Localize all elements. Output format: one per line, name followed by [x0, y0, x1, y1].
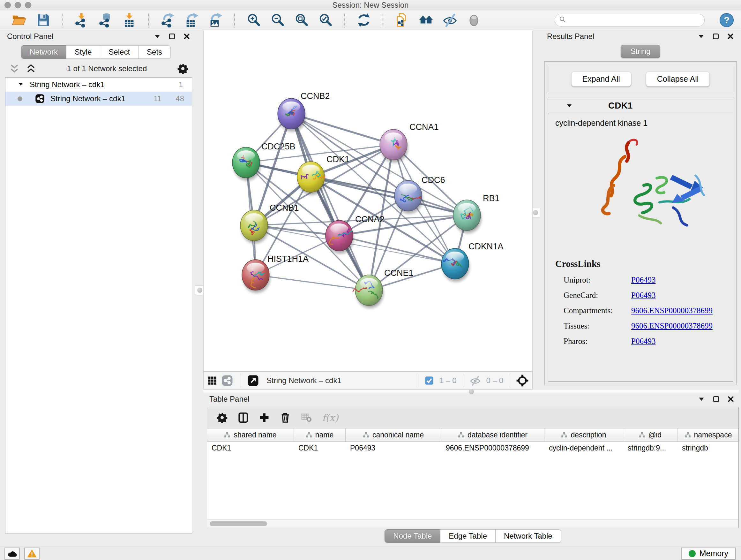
node-label-CCNB2: CCNB2	[300, 91, 330, 101]
cloud-status-button[interactable]	[4, 548, 20, 560]
maximize-window-button[interactable]	[25, 2, 31, 8]
import-network-from-database-button[interactable]	[98, 12, 113, 28]
control-panel-menu-button[interactable]	[154, 33, 161, 40]
network-node-CDC25B[interactable]	[232, 147, 260, 180]
expand-all-networks-button[interactable]	[25, 63, 37, 74]
network-row-selected[interactable]: String Network – cdk1 11 48	[5, 91, 192, 106]
network-node-CCNA1[interactable]	[380, 129, 408, 163]
hidden-eye-icon[interactable]	[470, 375, 481, 386]
warnings-button[interactable]	[24, 548, 40, 560]
network-node-CDC6[interactable]	[394, 180, 422, 213]
table-row[interactable]: CDK1CDK1P064939606.ENSP00000378699cyclin…	[207, 442, 738, 454]
column-header-database-identifier[interactable]: database identifier	[441, 428, 544, 441]
network-options-gear-icon[interactable]	[178, 63, 188, 74]
tab-network[interactable]: Network	[21, 45, 66, 59]
center-view-crosshair-icon[interactable]	[516, 374, 529, 387]
table-panel-close-button[interactable]	[727, 395, 734, 402]
column-header-name[interactable]: name	[294, 428, 346, 441]
table-options-gear-icon[interactable]	[217, 412, 227, 423]
network-node-CCNA2[interactable]	[326, 220, 354, 253]
zoom-out-button[interactable]	[270, 12, 285, 28]
network-node-CCNB1[interactable]	[240, 210, 268, 243]
table-panel-menu-button[interactable]	[698, 395, 705, 402]
toggle-graphics-details-button[interactable]	[466, 12, 482, 28]
table-horizontal-scrollbar[interactable]	[207, 519, 738, 528]
column-header-description[interactable]: description	[544, 428, 623, 441]
new-network-from-selection-button[interactable]	[394, 12, 410, 28]
memory-button[interactable]: Memory	[681, 548, 736, 560]
import-table-from-file-button[interactable]	[122, 12, 137, 28]
help-button[interactable]: ?	[719, 13, 734, 27]
column-header-canonical-name[interactable]: canonical name	[346, 428, 441, 441]
tab-style[interactable]: Style	[66, 45, 100, 59]
protein-description: cyclin-dependent kinase 1	[555, 118, 726, 128]
network-node-CDK1[interactable]	[297, 162, 325, 195]
network-node-RB1[interactable]	[453, 200, 481, 233]
node-label-CDKN1A: CDKN1A	[468, 242, 503, 251]
delete-column-icon[interactable]	[280, 412, 291, 423]
birds-eye-view-icon[interactable]	[207, 376, 217, 385]
column-header-@id[interactable]: @id	[623, 428, 677, 441]
collapse-all-button[interactable]: Collapse All	[646, 71, 710, 86]
table-cell: cyclin-dependent ...	[544, 444, 623, 452]
first-neighbors-button[interactable]	[418, 12, 434, 28]
minimize-window-button[interactable]	[15, 2, 21, 8]
export-table-button[interactable]	[184, 12, 199, 28]
tab-node-table[interactable]: Node Table	[385, 530, 441, 543]
collection-collapse-caret[interactable]	[17, 80, 24, 89]
section-collapse-caret[interactable]	[566, 103, 572, 109]
zoom-in-button[interactable]	[246, 12, 261, 28]
crosslink-link[interactable]: P06493	[631, 337, 656, 346]
table-cell: stringdb:9...	[623, 444, 677, 452]
save-session-button[interactable]	[36, 12, 51, 28]
column-header-shared-name[interactable]: shared name	[207, 428, 294, 441]
crosslink-link[interactable]: 9606.ENSP00000378699	[631, 306, 713, 315]
tab-select[interactable]: Select	[100, 45, 138, 59]
network-edge-CCNB2-CCNA1[interactable]	[291, 114, 394, 145]
results-panel-close-button[interactable]	[727, 33, 734, 40]
apply-layout-button[interactable]	[356, 12, 372, 28]
open-in-new-window-icon[interactable]	[247, 375, 259, 386]
network-node-CCNB2[interactable]	[278, 98, 306, 132]
import-network-from-file-button[interactable]	[74, 12, 89, 28]
open-session-button[interactable]	[11, 12, 27, 28]
tab-sets[interactable]: Sets	[138, 45, 171, 59]
results-panel-menu-button[interactable]	[697, 33, 704, 40]
cdk1-section-header[interactable]: CDK1	[548, 98, 733, 113]
column-header-namespace[interactable]: namespace	[677, 428, 739, 441]
network-node-CDKN1A[interactable]	[441, 248, 469, 282]
export-image-button[interactable]	[208, 12, 223, 28]
scrollbar-thumb[interactable]	[210, 521, 267, 526]
table-panel-float-button[interactable]	[713, 395, 720, 402]
zoom-selected-button[interactable]	[318, 12, 333, 28]
memory-status-dot	[689, 550, 696, 557]
results-panel-float-button[interactable]	[712, 33, 719, 40]
network-node-HIST1H1A[interactable]	[242, 260, 270, 293]
show-hide-graphics-details-button[interactable]	[442, 12, 458, 28]
toolbar-separator	[344, 13, 345, 27]
export-network-button[interactable]	[160, 12, 175, 28]
control-panel-float-button[interactable]	[169, 33, 176, 40]
tab-network-table[interactable]: Network Table	[495, 530, 561, 543]
table-body[interactable]: CDK1CDK1P064939606.ENSP00000378699cyclin…	[207, 442, 738, 519]
network-edge-HIST1H1A-CCNE1[interactable]	[256, 275, 369, 290]
crosslink-link[interactable]: P06493	[631, 291, 656, 300]
zoom-fit-content-button[interactable]	[294, 12, 309, 28]
tab-string[interactable]: String	[621, 45, 661, 58]
network-collection-row[interactable]: String Network – cdk1 1	[5, 78, 192, 91]
network-share-icon[interactable]	[221, 375, 233, 386]
tab-edge-table[interactable]: Edge Table	[441, 530, 495, 543]
network-edge-CCNA2-CDKN1A[interactable]	[339, 236, 455, 264]
selected-checkbox-icon[interactable]	[425, 376, 434, 385]
search-input[interactable]	[569, 16, 697, 24]
close-window-button[interactable]	[4, 2, 11, 8]
crosslink-link[interactable]: 9606.ENSP00000378699	[631, 321, 713, 330]
crosslink-link[interactable]: P06493	[631, 275, 656, 285]
collapse-all-networks-button[interactable]	[9, 63, 20, 74]
create-column-icon[interactable]	[259, 412, 270, 423]
expand-all-button[interactable]: Expand All	[571, 71, 631, 86]
network-node-CCNE1[interactable]	[353, 275, 383, 308]
control-panel-close-button[interactable]	[183, 33, 190, 40]
network-canvas[interactable]: CCNB2CCNA1CDC25BCDK1CDC6RB1CCNB1CCNA2CDK…	[203, 30, 533, 371]
show-hide-columns-icon[interactable]	[238, 412, 249, 423]
